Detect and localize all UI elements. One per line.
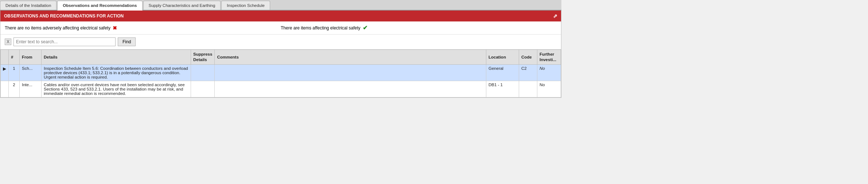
row-num-0: 1	[9, 64, 20, 81]
observations-table: # From Details SuppressDetails Comments …	[0, 49, 561, 97]
row-further-0: No	[537, 64, 561, 81]
row-arrow-1	[1, 81, 9, 97]
row-location-1: DB1 - 1	[486, 81, 519, 97]
safety-notices: There are no items adversely affecting e…	[0, 21, 561, 35]
collapse-icon[interactable]: ⇗	[553, 13, 557, 19]
items-notice: There are items affecting electrical saf…	[281, 24, 557, 31]
table-row[interactable]: ▶1Sch...Inspection Schedule Item 5.6: Co…	[1, 64, 561, 81]
main-panel: OBSERVATIONS AND RECOMMENDATIONS FOR ACT…	[0, 11, 561, 98]
col-header-location: Location	[486, 50, 519, 65]
row-further-1: No	[537, 81, 561, 97]
no-items-notice: There are no items adversely affecting e…	[5, 25, 281, 31]
section-title: OBSERVATIONS AND RECOMMENDATIONS FOR ACT…	[4, 13, 124, 19]
row-suppress-1[interactable]	[191, 81, 215, 97]
col-header-arrow	[1, 50, 9, 65]
col-header-code: Code	[519, 50, 537, 65]
col-header-num: #	[9, 50, 20, 65]
section-header: OBSERVATIONS AND RECOMMENDATIONS FOR ACT…	[0, 11, 561, 21]
row-details-0: Inspection Schedule Item 5.6: Coordinati…	[42, 64, 191, 81]
row-comments-1	[215, 81, 486, 97]
tab-supply[interactable]: Supply Characteristics and Earthing	[143, 1, 221, 10]
row-code-0: C2	[519, 64, 537, 81]
tab-observations[interactable]: Observations and Recommendations	[57, 1, 142, 11]
check-icon: ✔	[363, 24, 367, 31]
search-clear-button[interactable]: X	[5, 39, 11, 45]
table-row[interactable]: 2Inte...Cables and/or over-current devic…	[1, 81, 561, 97]
col-header-from: From	[20, 50, 42, 65]
tabs-bar: Details of the Installation Observations…	[0, 0, 561, 11]
row-suppress-0[interactable]	[191, 64, 215, 81]
col-header-suppress: SuppressDetails	[191, 50, 215, 65]
row-code-1	[519, 81, 537, 97]
col-header-comments: Comments	[215, 50, 486, 65]
search-input[interactable]	[13, 37, 116, 46]
col-header-details: Details	[42, 50, 191, 65]
find-button[interactable]: Find	[118, 37, 136, 46]
tab-inspection[interactable]: Inspection Schedule	[221, 1, 270, 10]
row-location-0: General	[486, 64, 519, 81]
row-from-0: Sch...	[20, 64, 42, 81]
col-header-further: FurtherInvesti...	[537, 50, 561, 65]
search-bar: X Find	[0, 35, 561, 49]
items-text: There are items affecting electrical saf…	[281, 25, 361, 31]
no-items-text: There are no items adversely affecting e…	[5, 25, 110, 31]
row-from-1: Inte...	[20, 81, 42, 97]
row-comments-0	[215, 64, 486, 81]
row-arrow-0: ▶	[1, 64, 9, 81]
row-num-1: 2	[9, 81, 20, 97]
row-details-1: Cables and/or over-current devices have …	[42, 81, 191, 97]
cross-icon: ✖	[113, 25, 117, 31]
tab-details[interactable]: Details of the Installation	[0, 1, 57, 10]
